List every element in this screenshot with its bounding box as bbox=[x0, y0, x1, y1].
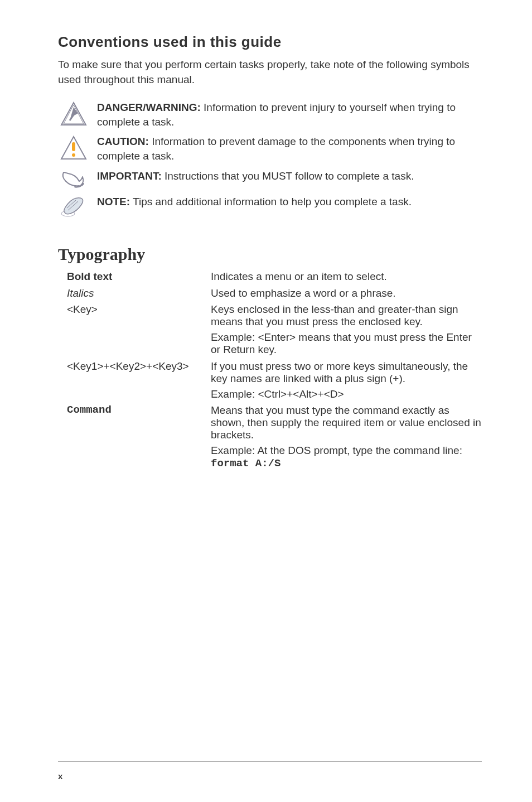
section-heading: Conventions used in this guide bbox=[58, 33, 482, 51]
typo-def-italics: Used to emphasize a word or a phrase. bbox=[211, 287, 482, 299]
alert-danger-lead: DANGER/WARNING: bbox=[97, 102, 201, 113]
important-icon bbox=[58, 169, 89, 189]
typography-table: Bold text Indicates a menu or an item to… bbox=[58, 270, 482, 474]
typo-term-keys3: <Key1>+<Key2>+<Key3> bbox=[58, 360, 211, 404]
page-number: x bbox=[58, 771, 62, 781]
typo-def-command-2a: Example: At the DOS prompt, type the com… bbox=[211, 445, 462, 456]
typo-term-italics: Italics bbox=[58, 287, 211, 303]
alert-note: NOTE: Tips and additional information to… bbox=[58, 195, 482, 218]
typo-row-italics: Italics Used to emphasize a word or a ph… bbox=[58, 287, 482, 303]
typo-def-key-1: Keys enclosed in the less-than and great… bbox=[211, 303, 482, 328]
typo-def-bold: Indicates a menu or an item to select. bbox=[211, 270, 482, 283]
caution-icon bbox=[58, 134, 89, 160]
note-icon bbox=[58, 195, 89, 218]
typo-row-command: Command Means that you must type the com… bbox=[58, 404, 482, 473]
alert-caution-body: Information to prevent damage to the com… bbox=[97, 136, 455, 162]
typo-term-key: <Key> bbox=[58, 303, 211, 359]
typo-term-command: Command bbox=[58, 404, 211, 473]
typo-term-bold: Bold text bbox=[58, 270, 211, 286]
alert-important: IMPORTANT: Instructions that you MUST fo… bbox=[58, 169, 482, 189]
danger-icon bbox=[58, 100, 89, 126]
typo-row-keys3: <Key1>+<Key2>+<Key3> If you must press t… bbox=[58, 360, 482, 404]
alert-danger-text: DANGER/WARNING: Information to prevent i… bbox=[89, 100, 482, 129]
alert-note-body: Tips and additional information to help … bbox=[130, 196, 412, 207]
svg-rect-3 bbox=[72, 142, 75, 151]
typo-def-command-2b: format A:/S bbox=[211, 457, 280, 470]
alert-note-lead: NOTE: bbox=[97, 196, 130, 207]
typography-heading: Typography bbox=[58, 245, 482, 264]
typo-def-command-2: Example: At the DOS prompt, type the com… bbox=[211, 445, 482, 470]
alert-note-text: NOTE: Tips and additional information to… bbox=[89, 195, 414, 209]
intro-paragraph: To make sure that you perform certain ta… bbox=[58, 57, 482, 87]
alert-important-lead: IMPORTANT: bbox=[97, 170, 162, 182]
alert-caution-lead: CAUTION: bbox=[97, 136, 149, 147]
alert-important-body: Instructions that you MUST follow to com… bbox=[162, 170, 414, 182]
footer-rule bbox=[58, 761, 482, 762]
alert-important-text: IMPORTANT: Instructions that you MUST fo… bbox=[89, 169, 416, 183]
alert-danger: DANGER/WARNING: Information to prevent i… bbox=[58, 100, 482, 129]
typo-row-key: <Key> Keys enclosed in the less-than and… bbox=[58, 303, 482, 359]
typo-def-command-1: Means that you must type the command exa… bbox=[211, 404, 482, 441]
typo-row-bold: Bold text Indicates a menu or an item to… bbox=[58, 270, 482, 286]
typo-def-key-2: Example: <Enter> means that you must pre… bbox=[211, 331, 482, 356]
alert-caution-text: CAUTION: Information to prevent damage t… bbox=[89, 134, 482, 163]
alert-caution: CAUTION: Information to prevent damage t… bbox=[58, 134, 482, 163]
typo-def-keys3-2: Example: <Ctrl>+<Alt>+<D> bbox=[211, 388, 482, 400]
typo-def-keys3-1: If you must press two or more keys simul… bbox=[211, 360, 482, 385]
svg-point-4 bbox=[72, 153, 75, 157]
